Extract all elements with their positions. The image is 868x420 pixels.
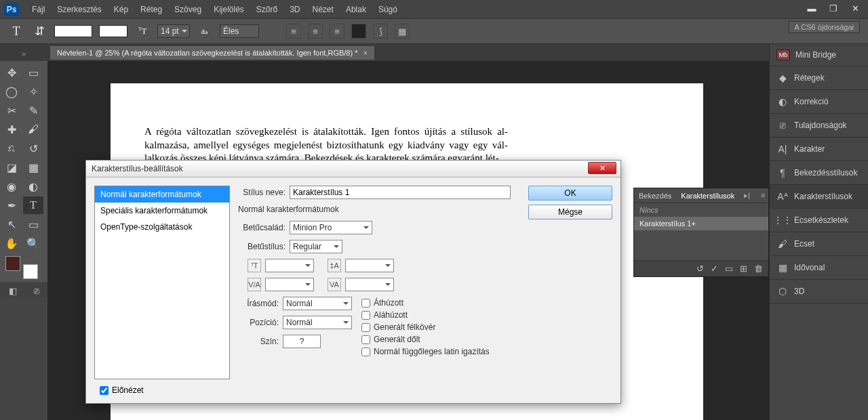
canvas-text[interactable]: A régóta változatlan szövegkezelést is á… (144, 125, 508, 165)
menu-file[interactable]: Fájl (26, 5, 51, 14)
pen-tool[interactable]: ✒ (1, 196, 22, 214)
zoom-tool[interactable]: 🔍 (23, 234, 43, 252)
ok-button[interactable]: OK (528, 186, 612, 201)
menu-edit[interactable]: Szerkesztés (51, 5, 107, 14)
panel-para-styles[interactable]: ¶Bekezdésstílusok (770, 161, 868, 185)
menu-help[interactable]: Súgó (372, 5, 403, 14)
dialog-cat-opentype[interactable]: OpenType-szolgáltatások (95, 219, 229, 235)
shape-tool[interactable]: ▭ (23, 215, 43, 233)
background-color[interactable] (23, 264, 38, 279)
menu-select[interactable]: Kijelölés (208, 5, 250, 14)
menu-text[interactable]: Szöveg (168, 5, 208, 14)
font-style-select[interactable]: Regular (290, 240, 342, 253)
font-style-swatch[interactable] (99, 25, 127, 37)
foreground-color[interactable] (5, 256, 20, 271)
hand-tool[interactable]: ✋ (1, 234, 22, 252)
font-family-select[interactable]: Minion Pro (290, 221, 372, 234)
panel-expand-icon[interactable]: ▸| (739, 189, 755, 202)
tab-char-styles[interactable]: Karakterstílusok (676, 190, 739, 202)
panel-menu-icon[interactable]: ≡ (756, 189, 770, 202)
position-label: Pozíció: (238, 318, 279, 327)
blur-tool[interactable]: ◉ (1, 177, 22, 195)
panel-char-styles[interactable]: AᴬKarakterstílusok (770, 185, 868, 209)
brush-tool[interactable]: 🖌 (23, 121, 43, 138)
quickmask-icon[interactable]: ◧ (9, 286, 17, 296)
panel-check-icon[interactable]: ✓ (711, 264, 718, 274)
history-brush-tool[interactable]: ↺ (23, 140, 43, 157)
panel-layers[interactable]: ◆Rétegek (770, 66, 868, 90)
style-selected[interactable]: Karakterstílus 1+ (634, 217, 768, 230)
news-dropdown[interactable]: A CS6 újdonságai (789, 21, 860, 33)
align-left-icon[interactable]: ≡ (286, 24, 301, 39)
position-select[interactable]: Normál (283, 316, 352, 329)
stamp-tool[interactable]: ⎌ (1, 140, 22, 157)
orientation-icon[interactable]: ⇵ (31, 23, 47, 39)
align-right-icon[interactable]: ≡ (330, 24, 344, 39)
leading-select[interactable] (345, 259, 394, 272)
panel-timeline[interactable]: ▦Idővonal (770, 256, 868, 280)
menu-window[interactable]: Ablak (340, 5, 372, 14)
check-faux-italic[interactable]: Generált dőlt (361, 335, 490, 344)
panel-brush[interactable]: 🖌Ecset (770, 232, 868, 256)
panel-clear-icon[interactable]: ▭ (725, 264, 733, 274)
check-faux-bold[interactable]: Generált félkövér (361, 322, 490, 332)
document-tab[interactable]: Névtelen-1 @ 25% (A régóta változatlan s… (50, 46, 375, 60)
tabbar-chevrons-icon[interactable]: » (22, 49, 28, 56)
color-swatches[interactable] (5, 256, 38, 279)
panel-character[interactable]: A|Karakter (770, 138, 868, 161)
menu-view[interactable]: Nézet (307, 5, 340, 14)
align-center-icon[interactable]: ≡ (308, 24, 323, 39)
check-underline[interactable]: Aláhúzott (361, 310, 490, 320)
panel-trash-icon[interactable]: 🗑 (754, 264, 763, 274)
antialias-select[interactable]: Éles (220, 24, 259, 38)
eraser-tool[interactable]: ◪ (1, 159, 22, 176)
crop-tool[interactable]: ✂ (1, 102, 22, 119)
type-tool[interactable]: T (23, 196, 43, 214)
font-size-field[interactable]: 14 pt (157, 24, 190, 38)
gradient-tool[interactable]: ▦ (23, 159, 43, 176)
script-select[interactable]: Normál (283, 297, 352, 310)
panel-new-icon[interactable]: ⊞ (740, 264, 747, 274)
panel-brush-presets[interactable]: ⋮⋮Ecsetkészletek (770, 209, 868, 232)
tracking-select[interactable] (345, 278, 394, 291)
heal-tool[interactable]: ✚ (1, 121, 22, 138)
panel-properties[interactable]: ⎚Tulajdonságok (770, 114, 868, 138)
window-close[interactable]: ✕ (848, 2, 863, 14)
window-minimize[interactable]: ▬ (804, 2, 819, 14)
tab-paragraph-styles[interactable]: Bekezdés (634, 190, 676, 202)
text-color-swatch[interactable] (351, 24, 366, 39)
lasso-tool[interactable]: ◯ (1, 83, 22, 100)
check-strike[interactable]: Áthúzott (361, 298, 490, 308)
panel-3d[interactable]: ⬡3D (770, 280, 868, 303)
cancel-button[interactable]: Mégse (528, 205, 612, 219)
style-none[interactable]: Nincs (634, 203, 768, 217)
move-tool[interactable]: ✥ (1, 64, 22, 81)
kerning-select[interactable] (265, 278, 314, 291)
dialog-cat-special[interactable]: Speciális karakterformátumok (95, 203, 229, 219)
style-name-input[interactable] (290, 186, 511, 199)
font-family-swatch[interactable] (54, 25, 92, 37)
wand-tool[interactable]: ✧ (23, 83, 43, 100)
preview-checkbox[interactable]: Előnézet (100, 385, 144, 395)
dialog-close-button[interactable]: ✕ (588, 162, 616, 174)
dialog-cat-normal[interactable]: Normál karakterformátumok (95, 186, 229, 203)
window-restore[interactable]: ❐ (826, 2, 841, 14)
panel-undo-icon[interactable]: ↺ (696, 264, 704, 274)
dodge-tool[interactable]: ◐ (23, 177, 43, 195)
color-swatch[interactable]: ? (283, 335, 321, 348)
selection-tool[interactable]: ▭ (23, 64, 43, 81)
close-tab-icon[interactable]: × (363, 49, 367, 57)
eyedropper-tool[interactable]: ✎ (23, 102, 43, 119)
size-select[interactable] (265, 259, 314, 272)
warp-text-icon[interactable]: ⟆ (373, 24, 388, 39)
panel-adjustments[interactable]: ◐Korrekció (770, 90, 868, 114)
check-roman-align[interactable]: Normál függőleges latin igazítás (361, 347, 490, 356)
screenmode-icon[interactable]: ⎚ (34, 286, 39, 296)
panels-icon[interactable]: ▦ (395, 24, 410, 39)
path-tool[interactable]: ↖ (1, 215, 22, 233)
menu-layer[interactable]: Réteg (134, 5, 168, 14)
panel-mini-bridge[interactable]: MbMini Bridge (770, 44, 868, 66)
menu-filter[interactable]: Szűrő (250, 5, 283, 14)
menu-3d[interactable]: 3D (283, 5, 306, 14)
menu-image[interactable]: Kép (108, 5, 134, 14)
